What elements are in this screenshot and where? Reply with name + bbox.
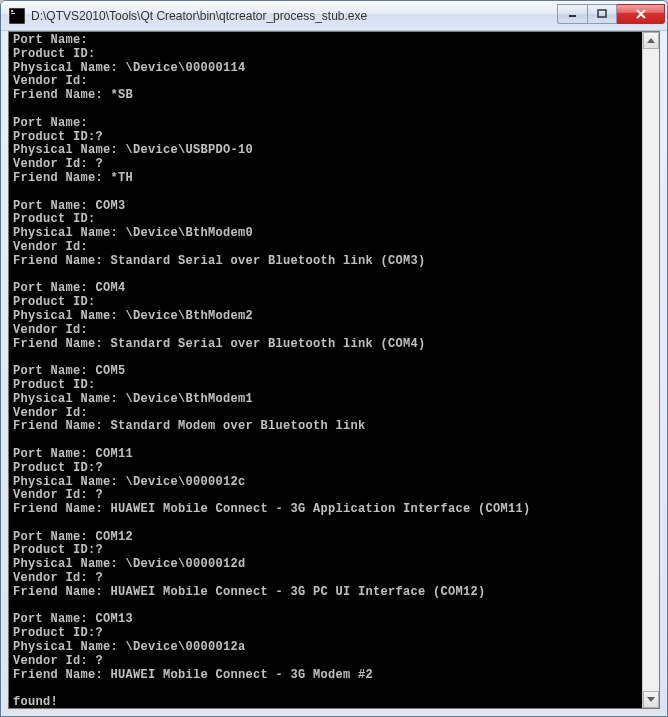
vertical-scrollbar[interactable] bbox=[642, 32, 659, 708]
minimize-icon bbox=[568, 9, 578, 19]
titlebar[interactable]: D:\QTVS2010\Tools\Qt Creator\bin\qtcreat… bbox=[1, 1, 667, 31]
close-icon bbox=[635, 9, 647, 19]
window-title: D:\QTVS2010\Tools\Qt Creator\bin\qtcreat… bbox=[31, 9, 557, 23]
svg-rect-2 bbox=[11, 13, 15, 14]
svg-rect-4 bbox=[598, 10, 606, 17]
scrollbar-track[interactable] bbox=[643, 49, 659, 691]
console-output[interactable]: Port Name: Product ID: Physical Name: \D… bbox=[9, 32, 659, 709]
close-button[interactable] bbox=[617, 4, 665, 24]
svg-rect-3 bbox=[569, 15, 576, 17]
maximize-icon bbox=[597, 9, 607, 19]
app-window: D:\QTVS2010\Tools\Qt Creator\bin\qtcreat… bbox=[0, 0, 668, 717]
scroll-up-button[interactable] bbox=[643, 32, 659, 49]
svg-rect-1 bbox=[11, 10, 13, 12]
console-app-icon bbox=[9, 8, 25, 24]
minimize-button[interactable] bbox=[557, 4, 587, 24]
console-area: Port Name: Product ID: Physical Name: \D… bbox=[8, 31, 660, 709]
maximize-button[interactable] bbox=[587, 4, 617, 24]
chevron-down-icon bbox=[647, 697, 655, 702]
chevron-up-icon bbox=[647, 38, 655, 43]
scroll-down-button[interactable] bbox=[643, 691, 659, 708]
window-controls bbox=[557, 4, 665, 24]
